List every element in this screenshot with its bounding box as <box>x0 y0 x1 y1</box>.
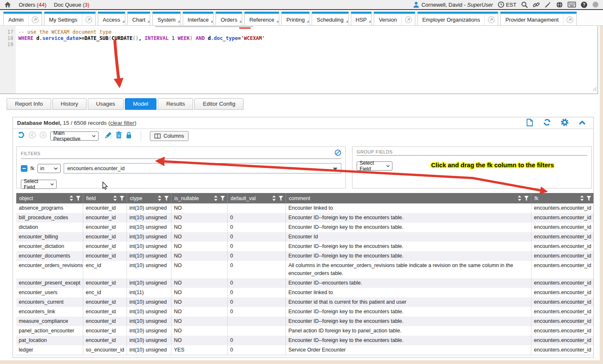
clear-filters-icon[interactable] <box>335 149 341 158</box>
filter-icon[interactable] <box>119 196 124 201</box>
table-row[interactable]: encounter_documentsencounter_idint(10) u… <box>16 251 593 261</box>
timezone-indicator[interactable]: EST <box>498 1 516 8</box>
table-row[interactable]: panel_action_encounterencounter_idint(10… <box>16 326 593 336</box>
link-icon[interactable] <box>533 1 540 8</box>
sort-icon[interactable] <box>580 196 584 201</box>
nav-tab-chart[interactable]: Chart <box>127 12 151 25</box>
home-icon[interactable] <box>4 1 11 8</box>
sort-icon[interactable] <box>113 196 117 201</box>
external-link-icon[interactable] <box>402 14 415 25</box>
nav-tab-employer-organizations[interactable]: Employer Organizations <box>417 12 499 25</box>
filter-icon[interactable] <box>586 196 591 201</box>
search-icon[interactable] <box>521 1 528 8</box>
column-header-default-val[interactable]: default_val <box>227 193 285 203</box>
nav-tab-admin[interactable]: Admin <box>3 12 42 25</box>
editor-code[interactable]: -- use the WCEXAM document typeWHERE d.s… <box>18 26 592 48</box>
table-row[interactable]: ledgerso_encounter_idint(10) unsignedYES… <box>16 345 593 355</box>
keyboard-icon[interactable] <box>568 2 576 7</box>
combo-caret-icon[interactable] <box>330 165 341 172</box>
sort-icon[interactable] <box>69 196 73 201</box>
tab-results[interactable]: Results <box>158 98 193 110</box>
column-header-is-nullable[interactable]: is_nullable <box>171 193 227 203</box>
column-header-fk[interactable]: fk <box>531 193 593 203</box>
tab-history[interactable]: History <box>52 98 87 110</box>
external-link-icon[interactable] <box>28 14 42 25</box>
user-menu[interactable]: Cornewell, David - SuperUser <box>413 1 493 8</box>
tab-report-info[interactable]: Report Info <box>7 98 51 110</box>
filter-icon[interactable] <box>524 196 529 201</box>
table-row[interactable]: encounter_billingencounter_idint(10) uns… <box>16 232 593 242</box>
table-row[interactable]: measure_complianceencounter_idint(10) un… <box>16 317 593 326</box>
nav-tab-interface[interactable]: Interface <box>183 12 214 25</box>
table-row[interactable]: pat_locationencounter_idint(10) unsigned… <box>16 336 593 345</box>
cell-object: pat_location <box>16 336 83 345</box>
filter-icon[interactable] <box>164 196 169 201</box>
topbar-link-orders[interactable]: Orders (44) <box>19 2 46 8</box>
columns-button[interactable]: Columns <box>150 131 189 141</box>
table-row[interactable]: bill_procedure_codesencounter_idint(10) … <box>16 213 593 223</box>
cell-field: encounter_id <box>83 278 127 288</box>
nav-tab-hsp[interactable]: HSP <box>351 12 372 25</box>
edit-perspective-icon[interactable] <box>105 131 112 140</box>
table-row[interactable]: dictationencounter_idint(10) unsignedNO0… <box>16 223 593 232</box>
wand-icon[interactable] <box>544 1 551 8</box>
table-row[interactable]: encounter_usersenc_idint(11)NO0Encounter… <box>16 288 593 297</box>
nav-tab-version[interactable]: Version <box>374 12 415 25</box>
lock-icon[interactable] <box>126 131 132 140</box>
column-header-field[interactable]: field <box>83 193 127 203</box>
table-row[interactable]: encounters_currentencounter_idint(10) un… <box>16 297 593 307</box>
column-header-ctype[interactable]: ctype <box>127 193 171 203</box>
nav-tab-my-settings[interactable]: My Settings <box>44 12 96 25</box>
filter-icon[interactable] <box>76 196 81 201</box>
external-link-icon[interactable] <box>563 14 576 25</box>
sort-icon[interactable] <box>518 196 521 201</box>
reset-icon[interactable] <box>17 131 25 141</box>
nav-tab-orders[interactable]: Orders <box>216 12 242 25</box>
table-row[interactable]: encounter_orders_revisionsenc_idint(10) … <box>16 261 593 278</box>
nav-tab-printing[interactable]: Printing <box>281 12 310 25</box>
remove-filter-button[interactable] <box>21 165 27 172</box>
nav-tab-label: Version <box>374 17 401 23</box>
nav-tab-reference[interactable]: Reference <box>244 12 279 25</box>
clear-filter-link[interactable]: clear filter <box>110 120 135 126</box>
table-row[interactable]: encounter_present_exceptencounter_idint(… <box>16 278 593 288</box>
collapse-panel-icon[interactable] <box>578 120 586 126</box>
table-row[interactable]: encounter_dictationencounter_idint(10) u… <box>16 242 593 251</box>
sort-icon[interactable] <box>272 196 276 201</box>
nav-tab-access[interactable]: Access <box>98 12 125 25</box>
column-header-object[interactable]: object <box>16 193 83 203</box>
globe-icon[interactable] <box>556 1 563 8</box>
tab-usages[interactable]: Usages <box>88 98 124 110</box>
external-link-icon[interactable] <box>82 14 95 25</box>
new-document-icon[interactable] <box>526 119 533 128</box>
nav-tab-provider-management[interactable]: Provider Management <box>500 12 577 25</box>
cell-is-nullable: NO <box>171 242 227 251</box>
sort-icon[interactable] <box>158 196 161 201</box>
tab-model[interactable]: Model <box>125 98 157 110</box>
nav-tab-system[interactable]: System <box>152 12 180 25</box>
add-group-field-select[interactable]: Select Field <box>357 161 392 171</box>
filter-value-input[interactable] <box>64 166 330 171</box>
filter-value-combobox[interactable] <box>64 163 341 173</box>
topbar-link-doc-queue[interactable]: Doc Queue (3) <box>54 2 89 8</box>
filter-icon[interactable] <box>278 196 283 201</box>
table-row[interactable]: encounters_linkencounter_idint(10) unsig… <box>16 307 593 317</box>
refresh-icon[interactable] <box>543 119 551 127</box>
filter-icon[interactable] <box>220 196 225 201</box>
delete-perspective-icon[interactable] <box>116 131 122 140</box>
tab-editor-config[interactable]: Editor Config <box>194 98 243 110</box>
cell-fk: encounters.encounter_id <box>531 203 593 213</box>
resize-handle-icon[interactable] <box>592 85 597 93</box>
help-icon[interactable]: ? <box>581 1 588 8</box>
sort-icon[interactable] <box>214 196 218 201</box>
external-link-icon[interactable] <box>484 14 498 25</box>
gear-icon[interactable] <box>561 119 568 127</box>
column-label: comment <box>289 196 310 201</box>
nav-tab-scheduling[interactable]: Scheduling <box>312 12 348 25</box>
perspective-select[interactable]: Main Perspective <box>50 131 99 141</box>
table-row[interactable]: absence_programsencounter_idint(10) unsi… <box>16 203 593 213</box>
sql-editor[interactable]: 171819 -- use the WCEXAM document typeWH… <box>0 26 598 94</box>
column-header-comment[interactable]: comment <box>285 193 531 203</box>
filter-operator-select[interactable]: in <box>37 164 61 173</box>
add-filter-field-select[interactable]: Select Field <box>21 180 57 189</box>
